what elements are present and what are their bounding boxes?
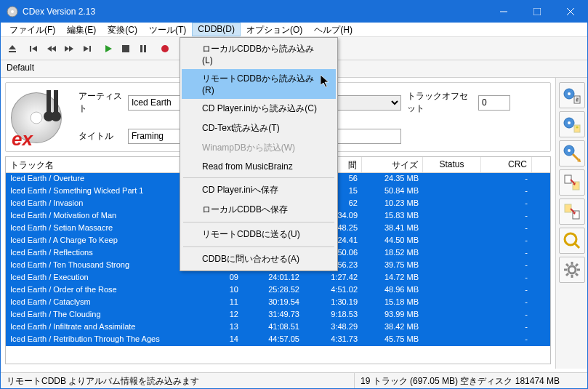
svg-rect-3 <box>533 8 541 15</box>
titlebar: CDex Version 2.13 <box>1 1 587 23</box>
menu-item[interactable]: CD Player.iniから読み込み(C) <box>182 99 336 119</box>
svg-line-52 <box>576 273 578 276</box>
menu-item[interactable]: CDDBに問い合わせる(A) <box>182 249 336 269</box>
svg-marker-9 <box>32 46 37 52</box>
col-status[interactable]: Status <box>423 157 481 172</box>
eject-icon[interactable] <box>4 40 21 57</box>
svg-point-1 <box>11 10 14 13</box>
title-label: タイトル <box>78 130 122 143</box>
svg-point-20 <box>161 45 169 52</box>
offset-label: トラックオフセット <box>407 90 472 115</box>
menu-separator <box>183 222 334 222</box>
maximize-button[interactable] <box>520 1 554 23</box>
statusbar: リモートCDDB よりアルバム情報を読み込みます 19 トラック (697.05… <box>1 372 587 388</box>
menu-item[interactable]: リモートCDDBから読み込み(R) <box>182 69 336 99</box>
svg-marker-11 <box>52 46 56 52</box>
menu-item[interactable]: ローカルCDDBから読み込み(L) <box>182 39 336 69</box>
minimize-button[interactable] <box>487 1 520 23</box>
next-track-icon[interactable] <box>78 40 95 57</box>
rewind-icon[interactable] <box>43 40 60 57</box>
col-name[interactable]: トラック名 <box>6 157 202 172</box>
svg-line-51 <box>566 264 568 266</box>
convert-wav-mp3-icon[interactable] <box>559 140 585 167</box>
menu-tools[interactable]: ツール(T) <box>143 23 192 36</box>
settings-icon[interactable] <box>559 257 585 283</box>
menu-item[interactable]: ローカルCDDBへ保存 <box>182 200 336 220</box>
svg-rect-19 <box>144 45 146 52</box>
svg-text:ex: ex <box>12 128 33 148</box>
svg-point-36 <box>568 149 571 152</box>
svg-marker-16 <box>105 45 112 52</box>
svg-rect-15 <box>89 46 91 52</box>
svg-rect-7 <box>9 51 16 52</box>
svg-marker-14 <box>84 46 89 52</box>
svg-rect-18 <box>140 45 142 52</box>
svg-rect-25 <box>54 90 58 113</box>
prev-track-icon[interactable] <box>25 40 43 57</box>
table-row[interactable]: Iced Earth / Retribution Through The Age… <box>6 334 550 346</box>
table-row[interactable]: Iced Earth / Infiltrate and Assimilate13… <box>6 321 550 334</box>
col-crc[interactable]: CRC <box>481 157 532 172</box>
menu-help[interactable]: ヘルプ(H) <box>308 23 358 36</box>
svg-rect-17 <box>122 45 129 52</box>
window-title: CDex Version 2.13 <box>23 7 487 17</box>
menu-options[interactable]: オプション(O) <box>241 23 308 36</box>
menu-separator <box>183 246 334 247</box>
table-row[interactable]: Iced Earth / The Clouding1231:49.739:18.… <box>6 309 550 321</box>
extract-tracks-icon[interactable] <box>559 82 585 108</box>
close-button[interactable] <box>554 1 587 23</box>
menu-item[interactable]: Read from MusicBrainz <box>182 158 336 175</box>
stop-icon[interactable] <box>117 40 134 57</box>
app-icon <box>7 6 18 17</box>
svg-point-27 <box>51 111 61 121</box>
svg-rect-24 <box>47 90 51 113</box>
table-row[interactable]: Iced Earth / Execution0924:01.121:27.421… <box>6 272 550 284</box>
menu-item: WinampDBから読込(W) <box>182 138 336 158</box>
svg-line-45 <box>575 244 579 248</box>
status-left: リモートCDDB よりアルバム情報を読み込みます <box>1 373 355 388</box>
svg-point-33 <box>568 121 571 124</box>
menu-cddb[interactable]: CDDB(D) <box>192 23 241 36</box>
side-toolbar <box>555 78 587 369</box>
menu-convert[interactable]: 変換(C) <box>102 23 143 36</box>
forward-icon[interactable] <box>60 40 78 57</box>
svg-rect-41 <box>565 204 571 212</box>
cddb-dropdown: ローカルCDDBから読み込み(L)リモートCDDBから読み込み(R)CD Pla… <box>180 37 338 271</box>
menu-separator <box>183 177 334 178</box>
svg-point-46 <box>568 266 576 273</box>
menu-edit[interactable]: 編集(E) <box>61 23 102 36</box>
riff-to-mpeg-icon[interactable] <box>559 228 585 254</box>
svg-marker-12 <box>65 46 69 52</box>
record-icon[interactable] <box>156 40 174 57</box>
convert-mp3-wav-icon[interactable] <box>559 169 585 196</box>
table-row[interactable]: Iced Earth / Cataclysm1130:19.541:30.191… <box>6 297 550 309</box>
cd-art-icon: ex <box>9 86 71 148</box>
svg-rect-38 <box>565 175 571 183</box>
svg-line-54 <box>576 264 578 266</box>
svg-marker-10 <box>47 46 52 52</box>
svg-point-44 <box>565 233 576 245</box>
menu-item[interactable]: CD Player.iniへ保存 <box>182 180 336 200</box>
table-row[interactable]: Iced Earth / Order of the Rose1025:28.52… <box>6 284 550 297</box>
offset-input[interactable] <box>478 95 510 111</box>
svg-line-53 <box>566 273 568 276</box>
status-right: 19 トラック (697.05 MB) 空きディスク 181474 MB <box>355 373 587 388</box>
svg-rect-8 <box>30 46 31 52</box>
svg-marker-6 <box>9 45 16 49</box>
menubar: ファイル(F) 編集(E) 変換(C) ツール(T) CDDB(D) オプション… <box>1 23 587 37</box>
svg-marker-13 <box>69 46 73 52</box>
svg-point-23 <box>31 112 42 124</box>
col-size[interactable]: サイズ <box>362 157 423 172</box>
play-icon[interactable] <box>100 40 117 57</box>
pause-icon[interactable] <box>134 40 152 57</box>
extract-partial-icon[interactable] <box>559 111 585 137</box>
mpeg-to-riff-icon[interactable] <box>559 198 585 225</box>
menu-file[interactable]: ファイル(F) <box>4 23 61 36</box>
artist-label: アーティスト <box>78 90 122 115</box>
menu-item[interactable]: リモートCDDBに送る(U) <box>182 225 336 244</box>
svg-point-30 <box>568 92 571 95</box>
menu-item[interactable]: CD-Text読み込み(T) <box>182 119 336 138</box>
